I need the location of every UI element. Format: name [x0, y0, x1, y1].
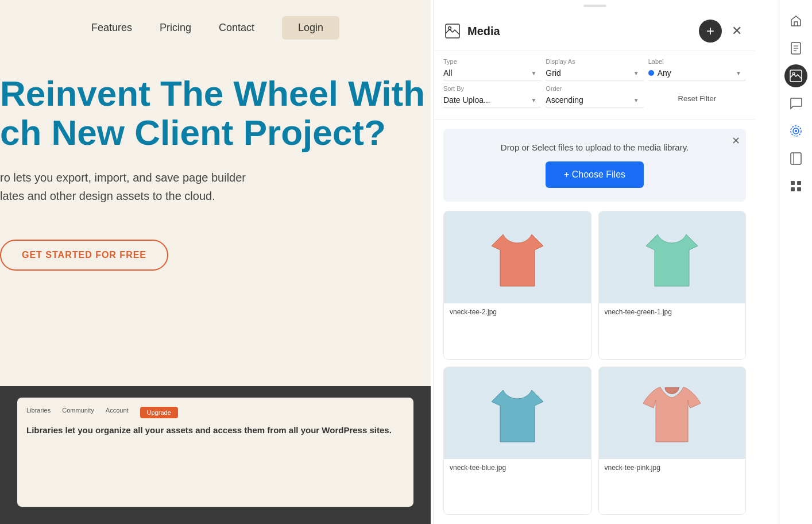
filter-row-2: Sort By Date Uploa... ▼ Order Ascending …: [443, 85, 746, 107]
filter-display-label: Display As: [546, 58, 643, 65]
filter-sort-select[interactable]: Date Uploa... ▼: [443, 93, 541, 107]
choose-files-button[interactable]: + Choose Files: [546, 161, 644, 188]
media-panel-icon: [443, 22, 462, 40]
hero-title: Reinvent The Wheel With ch New Client Pr…: [0, 74, 431, 152]
filter-sort-chevron: ▼: [531, 97, 536, 103]
bottom-nav: Libraries Community Account Upgrade: [26, 407, 404, 418]
nav-pricing[interactable]: Pricing: [160, 22, 191, 34]
grid-icon-button[interactable]: [784, 175, 807, 198]
media-grid: vneck-tee-2.jpg vnech-tee-green-1.jpg vn…: [434, 211, 755, 524]
hero-content: Reinvent The Wheel With ch New Client Pr…: [0, 51, 431, 271]
nav-features[interactable]: Features: [91, 22, 132, 34]
media-item[interactable]: vnech-tee-green-1.jpg: [598, 211, 747, 360]
document-icon-button[interactable]: [784, 37, 807, 60]
home-icon-button[interactable]: [784, 9, 807, 32]
filter-type-chevron: ▼: [531, 70, 536, 76]
nav-contact[interactable]: Contact: [219, 22, 254, 34]
filter-type-value: All: [443, 68, 453, 78]
filter-order-select[interactable]: Ascending ▼: [546, 93, 643, 107]
svg-rect-16: [797, 187, 801, 191]
svg-rect-11: [791, 153, 801, 164]
filter-order-label: Order: [546, 85, 643, 92]
svg-point-1: [448, 27, 451, 30]
upload-close-button[interactable]: ✕: [732, 134, 740, 147]
book-icon-button[interactable]: [784, 147, 807, 170]
sync-icon-button[interactable]: [784, 120, 807, 142]
website-bottom-section: Libraries Community Account Upgrade Libr…: [0, 386, 431, 524]
bottom-body-text: Libraries let you organize all your asse…: [26, 425, 404, 435]
hero-title-line2: ch New Client Project?: [0, 113, 431, 152]
filter-label-label: Label: [648, 58, 746, 65]
media-panel: Media + ✕ Type All ▼ Display As Grid ▼: [434, 0, 755, 524]
upload-instruction: Drop or Select files to upload to the me…: [501, 142, 689, 152]
bottom-nav-community[interactable]: Community: [62, 407, 94, 418]
bottom-nav-account[interactable]: Account: [106, 407, 129, 418]
filter-label-item: Label Any ▼: [648, 58, 746, 80]
upgrade-button[interactable]: Upgrade: [140, 407, 178, 418]
media-panel-title: Media: [467, 25, 693, 38]
filter-order: Order Ascending ▼: [546, 85, 643, 107]
filter-display-value: Grid: [546, 68, 560, 78]
filter-display-chevron: ▼: [633, 70, 639, 76]
upload-area: ✕ Drop or Select files to upload to the …: [443, 129, 746, 202]
right-sidebar: [779, 0, 812, 524]
nav-login[interactable]: Login: [282, 16, 339, 40]
filter-sort-label: Sort By: [443, 85, 541, 92]
media-icon-button[interactable]: [784, 64, 807, 87]
media-filename: vneck-tee-pink.jpg: [599, 459, 746, 476]
filter-label-select[interactable]: Any ▼: [648, 66, 746, 80]
filter-row-1: Type All ▼ Display As Grid ▼ Label: [443, 58, 746, 80]
hero-title-line1: Reinvent The Wheel With: [0, 74, 431, 113]
filter-sort-by: Sort By Date Uploa... ▼: [443, 85, 541, 107]
filter-display-select[interactable]: Grid ▼: [546, 66, 643, 80]
filter-type-label: Type: [443, 58, 541, 65]
filter-label-value: Any: [658, 68, 671, 78]
drag-handle[interactable]: [583, 5, 606, 7]
hero-subtitle: ro lets you export, import, and save pag…: [0, 168, 431, 205]
filter-order-value: Ascending: [546, 95, 583, 105]
filter-type: Type All ▼: [443, 58, 541, 80]
media-filename: vnech-tee-green-1.jpg: [599, 303, 746, 321]
filter-display-as: Display As Grid ▼: [546, 58, 643, 80]
svg-rect-13: [791, 181, 795, 185]
media-filename: vneck-tee-2.jpg: [444, 303, 591, 321]
media-filename: vneck-tee-blue.jpg: [444, 459, 591, 476]
filter-section: Type All ▼ Display As Grid ▼ Label: [434, 51, 755, 120]
bottom-nav-libraries[interactable]: Libraries: [26, 407, 51, 418]
media-panel-header: Media + ✕: [434, 11, 755, 51]
add-media-button[interactable]: +: [699, 20, 722, 43]
filter-type-select[interactable]: All ▼: [443, 66, 541, 80]
svg-rect-15: [791, 187, 795, 191]
filter-label-chevron: ▼: [736, 70, 741, 76]
comment-icon-button[interactable]: [784, 92, 807, 115]
svg-rect-14: [797, 181, 801, 185]
filter-order-chevron: ▼: [633, 97, 639, 103]
media-item[interactable]: vneck-tee-blue.jpg: [443, 367, 591, 515]
reset-filter-button[interactable]: Reset Filter: [648, 90, 746, 107]
bottom-text-content: Libraries Community Account Upgrade Libr…: [26, 407, 404, 498]
website-nav: Features Pricing Contact Login: [0, 0, 431, 51]
filter-sort-value: Date Uploa...: [443, 95, 490, 105]
bottom-inner: Libraries Community Account Upgrade Libr…: [17, 398, 413, 507]
label-blue-dot: [648, 70, 654, 76]
close-panel-button[interactable]: ✕: [728, 22, 746, 40]
svg-point-10: [795, 130, 797, 132]
media-item[interactable]: vneck-tee-2.jpg: [443, 211, 591, 360]
media-item[interactable]: vneck-tee-pink.jpg: [598, 367, 747, 515]
cta-button[interactable]: GET STARTED FOR FREE: [0, 240, 168, 271]
